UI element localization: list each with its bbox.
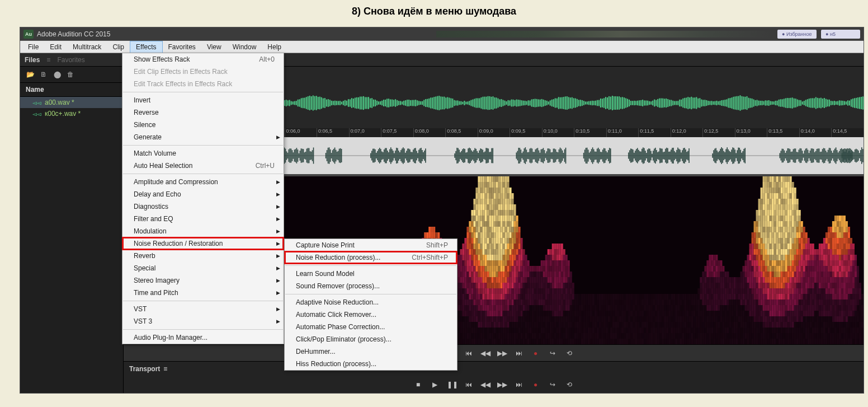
menu-effects[interactable]: Effects <box>130 41 162 53</box>
skip-back-button[interactable]: ⏮ <box>464 381 474 389</box>
skip-fwd-button[interactable]: ⏭ <box>514 381 524 389</box>
menu-item[interactable]: Amplitude and Compression▶ <box>122 176 284 188</box>
svg-rect-358 <box>797 100 798 107</box>
menu-item[interactable]: Filter and EQ▶ <box>122 213 284 225</box>
svg-rect-5687 <box>787 333 790 339</box>
menu-item[interactable]: Silence <box>122 119 284 131</box>
tab-menu-icon[interactable]: ≡ <box>46 56 50 64</box>
new-file-icon[interactable]: 🗎 <box>39 70 48 79</box>
svg-rect-3825 <box>507 333 510 339</box>
menu-favorites[interactable]: Favorites <box>163 41 201 53</box>
menu-item[interactable]: Delay and Echo▶ <box>122 188 284 200</box>
menu-help[interactable]: Help <box>262 41 287 53</box>
svg-rect-3918 <box>514 288 516 294</box>
menu-item[interactable]: Reverb▶ <box>122 250 284 262</box>
menu-item[interactable]: DeHummer... <box>285 345 457 358</box>
tab-files[interactable]: Files <box>25 56 40 64</box>
browser-tab[interactable]: ● н5 <box>821 30 860 39</box>
menu-edit[interactable]: Edit <box>44 41 67 53</box>
menu-item[interactable]: Capture Noise PrintShift+P <box>285 239 457 251</box>
svg-rect-4396 <box>583 322 586 328</box>
svg-rect-5248 <box>756 227 758 232</box>
svg-rect-159 <box>462 102 463 104</box>
timeline-tick: 0:10,0 <box>542 128 574 137</box>
skip-fwd-button[interactable]: ⏭ <box>514 349 524 357</box>
svg-rect-3287 <box>469 288 471 294</box>
svg-rect-4573 <box>628 339 630 344</box>
menu-item[interactable]: Noise Reduction / Restoration▶ <box>122 237 284 250</box>
folder-open-icon[interactable]: 📂 <box>26 70 35 79</box>
play-button[interactable]: ▶ <box>430 381 440 389</box>
menu-item[interactable]: VST 3▶ <box>122 315 284 328</box>
delete-icon[interactable]: 🗑 <box>66 70 75 79</box>
forward-button[interactable]: ▶▶ <box>497 381 507 389</box>
svg-rect-682 <box>675 152 676 159</box>
menu-item[interactable]: Stereo Imagery▶ <box>122 274 284 287</box>
svg-rect-3367 <box>475 244 478 249</box>
svg-rect-4994 <box>718 260 720 266</box>
menu-item[interactable]: VST▶ <box>122 303 284 315</box>
svg-rect-5865 <box>801 294 803 300</box>
svg-rect-229 <box>580 100 581 106</box>
menu-item[interactable]: Modulation▶ <box>122 225 284 237</box>
record-button[interactable]: ● <box>531 349 541 357</box>
menu-item[interactable]: Audio Plug-In Manager... <box>122 331 284 344</box>
record-button[interactable]: ● <box>531 381 541 389</box>
menu-clip[interactable]: Clip <box>107 41 130 53</box>
menu-item[interactable]: Adaptive Noise Reduction... <box>285 296 457 308</box>
svg-rect-3658 <box>496 300 498 305</box>
svg-rect-3368 <box>475 238 478 244</box>
file-item[interactable]: ◅◅к00c+.wav * <box>20 108 123 119</box>
svg-rect-4494 <box>608 328 610 333</box>
menu-item[interactable]: Generate▶ <box>122 131 284 143</box>
rewind-start-button[interactable]: ⟲ <box>564 381 574 389</box>
svg-rect-5863 <box>801 305 803 311</box>
loop-button[interactable]: ↪ <box>548 381 558 389</box>
menu-file[interactable]: File <box>22 41 44 53</box>
svg-rect-3450 <box>482 277 484 283</box>
svg-rect-3713 <box>498 193 501 199</box>
svg-rect-135 <box>422 101 423 105</box>
loop-button[interactable]: ↪ <box>548 349 558 357</box>
svg-rect-6369 <box>857 283 859 288</box>
menu-item[interactable]: Match Volume <box>122 147 284 160</box>
stop-button[interactable]: ■ <box>413 381 423 389</box>
menu-view[interactable]: View <box>201 41 227 53</box>
menu-window[interactable]: Window <box>227 41 262 53</box>
svg-rect-6110 <box>830 311 832 316</box>
file-item[interactable]: ◅◅a00.wav * <box>20 97 123 108</box>
svg-rect-4042 <box>527 272 530 277</box>
browser-tab[interactable]: ● Избранное <box>777 30 817 39</box>
svg-rect-6322 <box>850 249 852 255</box>
menu-multitrack[interactable]: Multitrack <box>67 41 107 53</box>
rewind-button[interactable]: ◀◀ <box>480 349 490 357</box>
svg-rect-3589 <box>491 272 493 277</box>
menu-item[interactable]: Click/Pop Eliminator (process)... <box>285 333 457 345</box>
rewind-start-button[interactable]: ⟲ <box>564 349 574 357</box>
rewind-button[interactable]: ◀◀ <box>480 381 490 389</box>
menu-item[interactable]: Hiss Reduction (process)... <box>285 358 457 370</box>
svg-rect-4162 <box>548 333 550 339</box>
menu-item[interactable]: Sound Remover (process)... <box>285 280 457 292</box>
transport-panel-header[interactable]: Transport≡ <box>124 362 864 376</box>
record-icon[interactable]: ⬤ <box>53 70 62 79</box>
skip-back-button[interactable]: ⏮ <box>464 349 474 357</box>
pause-button[interactable]: ❚❚ <box>447 381 457 389</box>
svg-rect-6177 <box>837 305 839 311</box>
menu-item[interactable]: Learn Sound Model <box>285 268 457 280</box>
menu-item[interactable]: Diagnostics▶ <box>122 200 284 213</box>
menu-item[interactable]: Automatic Click Remover... <box>285 308 457 321</box>
menu-item[interactable]: Reverse <box>122 106 284 119</box>
menu-item[interactable]: Noise Reduction (process)...Ctrl+Shift+P <box>285 251 457 264</box>
column-header-name[interactable]: Name <box>20 83 123 97</box>
menu-item[interactable]: Time and Pitch▶ <box>122 287 284 299</box>
menu-item[interactable]: Auto Heal SelectionCtrl+U <box>122 160 284 172</box>
menu-item[interactable]: Special▶ <box>122 262 284 274</box>
menu-item[interactable]: Invert <box>122 94 284 106</box>
forward-button[interactable]: ▶▶ <box>497 349 507 357</box>
svg-rect-649 <box>638 150 639 162</box>
menu-item[interactable]: Show Effects RackAlt+0 <box>122 53 284 66</box>
menu-item[interactable]: Automatic Phase Correction... <box>285 321 457 333</box>
tab-favorites[interactable]: Favorites <box>57 56 84 64</box>
svg-rect-198 <box>528 100 529 106</box>
